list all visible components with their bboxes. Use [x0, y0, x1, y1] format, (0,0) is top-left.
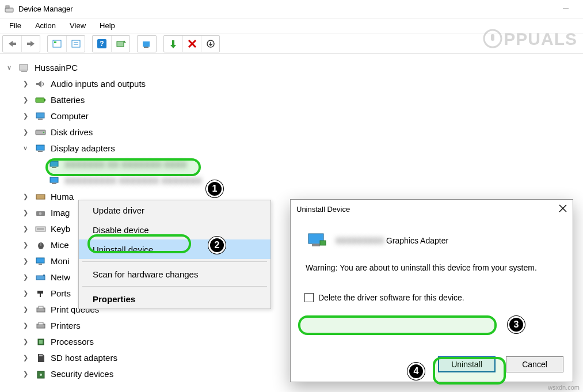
tree-item-label: Batteries [51, 95, 85, 105]
ports-icon [35, 288, 47, 299]
tree-item-computer[interactable]: ❯ Computer [2, 108, 581, 124]
twisty-icon[interactable]: ❯ [20, 128, 31, 136]
computer-icon [35, 111, 47, 121]
tree-item-label: Ports [51, 288, 71, 299]
twisty-icon[interactable]: ❯ [20, 306, 31, 313]
svg-point-55 [40, 374, 42, 376]
menu-help[interactable]: Help [94, 20, 121, 31]
keyboard-icon [35, 224, 47, 234]
toolbar-enable-button[interactable] [164, 36, 182, 52]
toolbar-back-button[interactable] [3, 36, 21, 52]
twisty-icon[interactable]: ❯ [20, 112, 31, 120]
toolbar-help-button[interactable]: ? [93, 36, 111, 52]
delete-driver-checkbox[interactable] [304, 293, 314, 302]
toolbar-uninstall-button[interactable] [182, 36, 201, 52]
tree-item-label: Imag [51, 208, 70, 218]
menu-file[interactable]: File [3, 20, 27, 31]
twisty-icon[interactable]: ❯ [20, 209, 31, 216]
svg-rect-45 [43, 275, 45, 276]
tree-item-audio[interactable]: ❯ Audio inputs and outputs [2, 76, 581, 92]
twisty-icon[interactable]: ❯ [20, 338, 31, 345]
twisty-icon[interactable]: ❯ [20, 257, 31, 265]
toolbar-disable-button[interactable] [201, 36, 219, 52]
svg-rect-33 [52, 183, 56, 184]
dialog-delete-driver-row[interactable]: Delete the driver software for this devi… [304, 293, 561, 302]
svg-rect-59 [312, 244, 320, 246]
svg-rect-50 [39, 322, 43, 325]
toolbar-show-hidden-button[interactable] [48, 36, 66, 52]
twisty-icon[interactable]: ❯ [20, 273, 31, 281]
network-icon [35, 272, 47, 283]
twisty-icon[interactable]: ❯ [20, 354, 31, 361]
delete-driver-label: Delete the driver software for this devi… [318, 293, 464, 302]
watermark-logo: PPUALS [483, 29, 577, 49]
svg-rect-43 [39, 264, 42, 265]
svg-rect-44 [36, 276, 45, 280]
svg-rect-29 [38, 151, 43, 152]
twisty-icon[interactable]: ❯ [20, 80, 31, 87]
camera-icon [35, 208, 47, 218]
step-badge-2: 2 [208, 237, 226, 254]
twisty-icon[interactable]: ❯ [20, 241, 31, 249]
dialog-device-name: XXXXXXXXX Graphics Adapter [336, 236, 448, 245]
svg-rect-37 [36, 227, 45, 231]
display-adapter-icon [35, 143, 47, 154]
twisty-icon[interactable]: ❯ [20, 96, 31, 104]
menu-view[interactable]: View [64, 20, 92, 31]
toolbar-scan-button[interactable] [111, 36, 129, 52]
context-menu: Update driver Disable device Uninstall d… [78, 200, 271, 309]
svg-rect-23 [44, 99, 45, 101]
menu-action[interactable]: Action [29, 20, 62, 31]
tree-item-label: Security devices [51, 369, 113, 379]
dialog-warning-text: Warning: You are about to uninstall this… [306, 263, 561, 272]
dialog-close-button[interactable] [559, 204, 567, 214]
twisty-icon[interactable]: ❯ [20, 370, 31, 378]
twisty-icon[interactable]: ❯ [20, 225, 31, 233]
display-adapter-icon [48, 176, 61, 186]
tree-item-label: Disk drives [51, 127, 93, 138]
svg-rect-48 [39, 306, 43, 309]
dialog-device-row: XXXXXXXXX Graphics Adapter [307, 232, 561, 249]
ctx-scan-hardware[interactable]: Scan for hardware changes [79, 264, 270, 284]
menu-separator [82, 261, 267, 262]
svg-rect-6 [72, 40, 80, 47]
tree-subitem-gpu-2-selected[interactable]: XXXXXXXXX XXXXXXX XXXXXXX [2, 173, 581, 189]
svg-rect-3 [27, 43, 31, 45]
monitor-icon [35, 256, 47, 267]
dialog-cancel-button[interactable]: Cancel [506, 356, 563, 372]
app-icon [5, 5, 14, 14]
svg-rect-5 [54, 41, 56, 43]
tree-item-label: SD host adapters [51, 353, 117, 363]
title-bar: Device Manager [0, 0, 583, 18]
mouse-icon [35, 240, 47, 250]
twisty-icon[interactable]: ∨ [20, 144, 31, 152]
tree-item-label: Netw [51, 272, 70, 283]
tree-item-label: Display adapters [51, 143, 115, 154]
window-title: Device Manager [18, 5, 73, 13]
twisty-icon[interactable]: ❯ [20, 193, 31, 200]
tree-item-label: Huma [51, 192, 74, 202]
toolbar-properties-button[interactable] [66, 36, 85, 52]
tree-item-display-adapters[interactable]: ∨ Display adapters [2, 140, 581, 157]
ctx-update-driver[interactable]: Update driver [79, 200, 270, 220]
highlight-step-3 [298, 315, 497, 335]
tree-root[interactable]: ∨ HussainPC [2, 60, 581, 76]
svg-rect-24 [36, 113, 44, 118]
twisty-icon[interactable]: ∨ [3, 64, 15, 71]
toolbar-forward-button[interactable] [21, 36, 40, 52]
tree-item-disk-drives[interactable]: ❯ Disk drives [2, 124, 581, 140]
svg-rect-4 [53, 40, 61, 47]
tree-item-label: Processors [51, 337, 94, 347]
twisty-icon[interactable]: ❯ [20, 290, 31, 297]
twisty-icon[interactable]: ❯ [20, 322, 31, 329]
svg-rect-53 [39, 355, 43, 356]
display-adapter-icon [307, 232, 327, 249]
step-badge-3: 3 [508, 316, 525, 333]
svg-point-27 [43, 132, 45, 134]
toolbar-update-driver-button[interactable] [138, 36, 156, 52]
printer-icon [35, 305, 47, 315]
tree-item-batteries[interactable]: ❯ Batteries [2, 92, 581, 108]
window-minimize-button[interactable] [553, 0, 578, 18]
ctx-properties[interactable]: Properties [79, 289, 270, 309]
svg-rect-25 [38, 119, 43, 120]
